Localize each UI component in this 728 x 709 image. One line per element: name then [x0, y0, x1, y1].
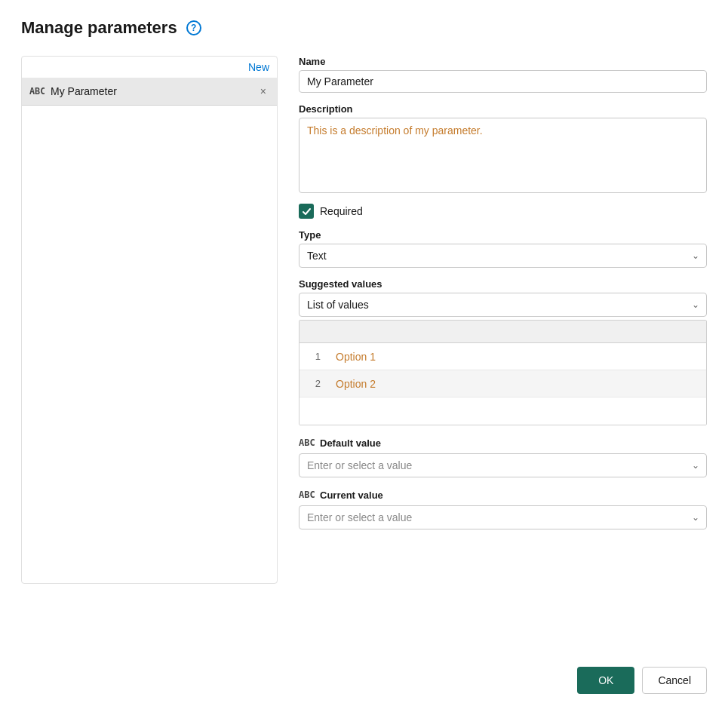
row-1-num: 1 [299, 351, 330, 362]
dialog-footer: OK Cancel [21, 658, 707, 694]
current-value-label-row: ABC Current value [299, 488, 707, 502]
right-panel: Name Description Required Type [278, 56, 707, 658]
required-label: Required [320, 205, 363, 217]
required-checkbox[interactable] [299, 204, 314, 219]
row-1-value[interactable]: Option 1 [330, 351, 706, 363]
name-field-group: Name [299, 56, 707, 93]
parameter-list-item[interactable]: ABC My Parameter × [22, 78, 277, 106]
default-value-field-group: ABC Default value Enter or select a valu… [299, 436, 707, 477]
current-value-select-wrapper: Enter or select a value ⌄ [299, 505, 707, 529]
parameter-type-icon: ABC [29, 84, 45, 99]
type-select[interactable]: Text [299, 244, 707, 268]
required-row: Required [299, 204, 707, 219]
name-label: Name [299, 56, 707, 67]
current-value-select[interactable]: Enter or select a value [299, 505, 707, 529]
suggested-values-select-wrapper: List of values ⌄ [299, 293, 707, 317]
param-item-left: ABC My Parameter [29, 84, 117, 99]
parameter-name: My Parameter [51, 85, 117, 97]
current-value-label: Current value [320, 490, 383, 501]
new-parameter-link[interactable]: New [248, 61, 269, 73]
parameter-close-icon[interactable]: × [257, 84, 269, 99]
ok-button[interactable]: OK [577, 667, 634, 694]
default-value-label: Default value [320, 437, 381, 449]
default-value-select[interactable]: Enter or select a value [299, 453, 707, 477]
default-value-label-row: ABC Default value [299, 436, 707, 450]
default-value-select-wrapper: Enter or select a value ⌄ [299, 453, 707, 477]
current-value-abc-icon: ABC [299, 488, 315, 502]
svg-text:ABC: ABC [29, 85, 45, 96]
dialog-title: Manage parameters [21, 18, 177, 38]
left-panel-header: New [22, 57, 277, 78]
description-input[interactable] [299, 118, 707, 193]
name-input[interactable] [299, 70, 707, 93]
values-table-header [299, 321, 706, 343]
type-select-wrapper: Text ⌄ [299, 244, 707, 268]
cancel-button[interactable]: Cancel [642, 667, 707, 694]
suggested-values-label: Suggested values [299, 278, 707, 290]
row-2-value[interactable]: Option 2 [330, 378, 706, 390]
table-row[interactable]: 1 Option 1 [299, 343, 706, 370]
description-label: Description [299, 103, 707, 115]
table-row[interactable]: 2 Option 2 [299, 370, 706, 397]
default-value-abc-icon: ABC [299, 436, 315, 450]
type-label: Type [299, 229, 707, 241]
description-field-group: Description [299, 103, 707, 193]
type-field-group: Type Text ⌄ [299, 229, 707, 268]
svg-text:ABC: ABC [299, 490, 315, 500]
manage-parameters-dialog: Manage parameters ? New ABC My Parameter… [0, 0, 728, 709]
empty-table-row [299, 397, 706, 425]
current-value-field-group: ABC Current value Enter or select a valu… [299, 488, 707, 529]
dialog-body: New ABC My Parameter × Name [21, 56, 707, 658]
suggested-values-field-group: Suggested values List of values ⌄ 1 Opti… [299, 278, 707, 425]
suggested-values-select[interactable]: List of values [299, 293, 707, 317]
dialog-header: Manage parameters ? [21, 18, 707, 38]
left-panel: New ABC My Parameter × [21, 56, 278, 584]
values-table: 1 Option 1 2 Option 2 [299, 320, 707, 425]
svg-text:ABC: ABC [299, 437, 315, 448]
help-icon[interactable]: ? [186, 20, 201, 35]
row-2-num: 2 [299, 378, 330, 389]
